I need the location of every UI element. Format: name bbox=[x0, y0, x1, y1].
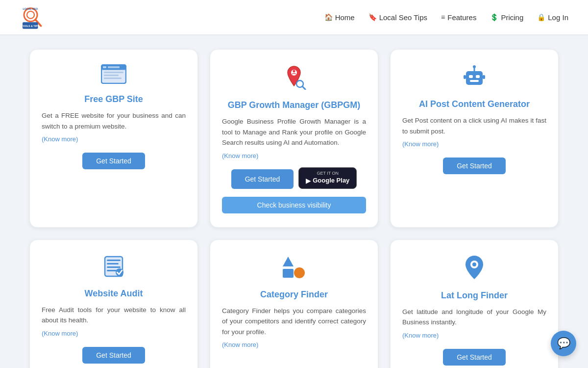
main-content: Free GBP Site Get a FREE website for you… bbox=[0, 34, 588, 368]
card-knowmore-ai-post[interactable]: (Know more) bbox=[402, 140, 439, 148]
svg-rect-24 bbox=[464, 75, 466, 79]
nav-item-features[interactable]: ≡ Features bbox=[441, 13, 476, 22]
logo[interactable]: TOOLS & TIPS LOCAL SEO bbox=[20, 4, 49, 31]
navbar: TOOLS & TIPS LOCAL SEO 🏠 Home 🔖 Local Se… bbox=[0, 0, 588, 34]
dollar-icon: 💲 bbox=[490, 13, 498, 21]
card-title-ai-post: AI Post Content Generator bbox=[419, 99, 530, 109]
location-pin-icon bbox=[463, 255, 486, 285]
svg-point-36 bbox=[472, 263, 476, 266]
card-website-audit: Website Audit Free Audit tools for your … bbox=[29, 239, 198, 368]
card-knowmore-category[interactable]: (Know more) bbox=[222, 341, 258, 348]
svg-rect-12 bbox=[104, 75, 119, 76]
card-knowmore-free-gbp[interactable]: (Know more) bbox=[42, 135, 78, 143]
google-play-button[interactable]: GET IT ON ▶ Google Play bbox=[298, 167, 357, 189]
google-play-small-text: GET IT ON bbox=[317, 171, 339, 177]
svg-point-33 bbox=[294, 267, 305, 278]
svg-point-15 bbox=[293, 70, 295, 73]
nav-links: 🏠 Home 🔖 Local Seo Tips ≡ Features 💲 Pri… bbox=[324, 13, 568, 22]
svg-rect-30 bbox=[107, 270, 117, 271]
card-knowmore-gbpgm[interactable]: (Know more) bbox=[222, 152, 258, 159]
get-started-ai-post[interactable]: Get Started bbox=[443, 158, 506, 174]
get-started-lat-long[interactable]: Get Started bbox=[443, 349, 506, 366]
check-visibility-button[interactable]: Check business visibility bbox=[222, 197, 366, 213]
card-title-gbpgm: GBP Growth Manager (GBPGM) bbox=[228, 100, 361, 110]
card-title-category: Category Finder bbox=[260, 289, 328, 300]
card-desc-ai-post: Get Post content on a click using AI mak… bbox=[402, 115, 546, 136]
card-lat-long-finder: Lat Long Finder Get latitude and longitu… bbox=[390, 239, 559, 368]
svg-line-17 bbox=[302, 86, 305, 89]
svg-point-23 bbox=[473, 65, 476, 68]
robot-icon bbox=[462, 64, 487, 93]
svg-rect-9 bbox=[108, 66, 120, 68]
card-desc-lat-long: Get latitude and longitude of your Googl… bbox=[402, 307, 546, 328]
gbpgm-buttons: Get Started GET IT ON ▶ Google Play Chec… bbox=[222, 167, 366, 213]
card-desc-category: Category Finder helps you compare catego… bbox=[222, 306, 366, 338]
svg-rect-34 bbox=[283, 269, 294, 278]
audit-icon bbox=[102, 255, 125, 283]
google-play-icon: ▶ bbox=[306, 176, 311, 185]
get-started-free-gbp[interactable]: Get Started bbox=[82, 153, 145, 169]
card-title-website-audit: Website Audit bbox=[84, 289, 143, 299]
svg-rect-11 bbox=[104, 72, 123, 73]
get-started-website-audit[interactable]: Get Started bbox=[82, 347, 145, 364]
svg-rect-29 bbox=[107, 266, 121, 268]
gbpgm-icon bbox=[281, 64, 307, 94]
bookmark-icon: 🔖 bbox=[368, 13, 377, 21]
chat-button[interactable]: 💬 bbox=[551, 331, 576, 356]
svg-point-1 bbox=[27, 11, 34, 18]
svg-rect-18 bbox=[466, 71, 483, 85]
card-gbp-growth-manager: GBP Growth Manager (GBPGM) Google Busine… bbox=[210, 49, 378, 228]
browser-icon bbox=[101, 64, 126, 88]
chat-icon: 💬 bbox=[557, 337, 570, 350]
svg-marker-32 bbox=[283, 257, 294, 266]
svg-rect-19 bbox=[469, 75, 473, 78]
card-category-finder: Category Finder Category Finder helps yo… bbox=[210, 239, 378, 368]
list-icon: ≡ bbox=[441, 13, 445, 21]
nav-item-login[interactable]: 🔒 Log In bbox=[537, 13, 568, 22]
svg-text:LOCAL SEO: LOCAL SEO bbox=[23, 7, 38, 10]
card-title-free-gbp: Free GBP Site bbox=[84, 94, 143, 105]
svg-rect-25 bbox=[483, 75, 485, 79]
card-desc-website-audit: Free Audit tools for your website to kno… bbox=[42, 305, 186, 326]
card-desc-gbpgm: Google Business Profile Growth Manager i… bbox=[222, 116, 366, 148]
svg-rect-21 bbox=[470, 80, 479, 82]
svg-rect-20 bbox=[476, 75, 480, 78]
google-play-big-text: Google Play bbox=[313, 177, 349, 185]
nav-item-home[interactable]: 🏠 Home bbox=[324, 13, 355, 22]
nav-item-pricing[interactable]: 💲 Pricing bbox=[490, 13, 523, 22]
gbpgm-row1: Get Started GET IT ON ▶ Google Play bbox=[231, 167, 357, 189]
get-started-gbpgm[interactable]: Get Started bbox=[231, 169, 294, 189]
category-icon bbox=[281, 255, 307, 284]
nav-item-local-seo-tips[interactable]: 🔖 Local Seo Tips bbox=[368, 13, 427, 22]
svg-text:TOOLS & TIPS: TOOLS & TIPS bbox=[22, 25, 40, 27]
card-knowmore-website-audit[interactable]: (Know more) bbox=[42, 330, 78, 337]
card-knowmore-lat-long[interactable]: (Know more) bbox=[402, 332, 439, 339]
svg-rect-27 bbox=[107, 260, 121, 261]
lock-icon: 🔒 bbox=[537, 13, 545, 21]
cards-grid: Free GBP Site Get a FREE website for you… bbox=[29, 49, 559, 368]
svg-rect-8 bbox=[103, 66, 106, 68]
card-free-gbp-site: Free GBP Site Get a FREE website for you… bbox=[29, 49, 198, 228]
card-title-lat-long: Lat Long Finder bbox=[441, 290, 508, 301]
svg-rect-28 bbox=[107, 263, 119, 264]
card-desc-free-gbp: Get a FREE website for your business and… bbox=[42, 110, 186, 131]
home-icon: 🏠 bbox=[324, 13, 333, 21]
card-ai-post: AI Post Content Generator Get Post conte… bbox=[390, 49, 559, 228]
svg-rect-13 bbox=[104, 78, 122, 79]
